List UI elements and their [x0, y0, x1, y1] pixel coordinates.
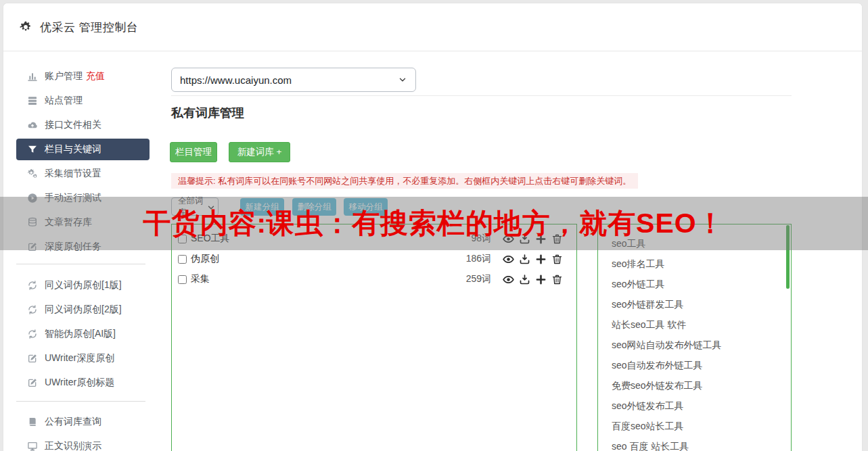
sidebar-item-正文识别演示[interactable]: 正文识别演示 — [3, 434, 162, 451]
keyword-item[interactable]: seo外链发布工具 — [612, 396, 791, 416]
sidebar-item-公有词库查询[interactable]: 公有词库查询 — [3, 410, 162, 434]
sidebar-nav: 账户管理充值站点管理接口文件相关栏目与关键词采集细节设置手动运行测试文章暂存库深… — [3, 64, 162, 451]
sidebar-item-label: UWriter深度原创 — [45, 352, 114, 364]
sidebar-item-同义词伪原创[1版][interactable]: 同义词伪原创[1版] — [3, 273, 162, 298]
sidebar-divider — [16, 264, 145, 264]
tip-message: 温馨提示: 私有词库可以在同账号不同网站之间共享使用，不必重复添加。右侧框内关键… — [171, 173, 638, 189]
keyword-item[interactable]: seo外链群发工具 — [612, 294, 791, 314]
trash-icon[interactable] — [551, 274, 563, 285]
recharge-badge[interactable]: 充值 — [86, 70, 105, 82]
download-icon[interactable] — [519, 254, 530, 265]
trash-icon[interactable] — [551, 254, 563, 265]
cloud-upload-icon — [26, 119, 39, 131]
sidebar-divider — [16, 401, 145, 402]
lexicon-row: 伪原创186词 — [172, 249, 576, 269]
plus-icon[interactable] — [535, 274, 547, 285]
monitor-icon — [26, 440, 39, 451]
sidebar-item-label: 栏目与关键词 — [45, 143, 101, 156]
sidebar-item-智能伪原创[AI版][interactable]: 智能伪原创[AI版] — [3, 322, 162, 346]
lexicon-word-count: 259词 — [466, 273, 491, 285]
download-icon[interactable] — [519, 274, 530, 285]
sidebar-item-label: 接口文件相关 — [45, 119, 101, 131]
keyword-item[interactable]: 免费seo外链发布工具 — [612, 375, 791, 396]
lexicon-row: 采集259词 — [172, 269, 576, 289]
column-manage-button[interactable]: 栏目管理 — [170, 142, 217, 162]
gear-icon — [19, 20, 32, 34]
section-divider — [171, 95, 792, 96]
keyword-item[interactable]: seo自动发布外链工具 — [612, 355, 791, 375]
sidebar-item-label: 正文识别演示 — [45, 440, 101, 451]
keyword-list-panel: seo工具seo排名工具seo外链工具seo外链群发工具站长seo工具 软件se… — [597, 224, 792, 451]
lexicon-word-count: 186词 — [466, 253, 491, 265]
lexicon-checkbox[interactable] — [178, 275, 187, 284]
edit-icon — [26, 377, 39, 389]
book-icon — [26, 416, 39, 428]
keyword-item[interactable]: seo外链工具 — [612, 274, 791, 294]
refresh-icon — [26, 304, 39, 316]
server-list-icon — [26, 95, 39, 107]
ucaiyun-admin-console: { "header": { "title": "优采云 管理控制台" }, "s… — [0, 0, 868, 451]
gears-icon — [26, 168, 39, 180]
new-lexicon-button[interactable]: 新建词库 + — [229, 142, 290, 162]
app-title: 优采云 管理控制台 — [40, 20, 138, 35]
lexicon-name: 采集 — [191, 273, 466, 285]
lexicon-list-panel: SEO工具98词伪原创186词采集259词 — [171, 224, 577, 451]
page-title: 私有词库管理 — [171, 105, 244, 121]
site-select[interactable]: https://www.ucaiyun.com — [171, 68, 416, 92]
sidebar-item-账户管理[interactable]: 账户管理充值 — [3, 64, 162, 89]
watermark-text: 干货内容:课虫：有搜索栏的地方，就有SEO！ — [143, 205, 725, 242]
sidebar-item-label: 站点管理 — [45, 95, 83, 107]
eye-icon[interactable] — [503, 254, 514, 265]
sidebar-item-label: 同义词伪原创[2版] — [45, 304, 122, 316]
lexicon-name: 伪原创 — [191, 253, 466, 265]
keyword-item[interactable]: 站长seo工具 软件 — [612, 314, 791, 335]
filter-icon — [26, 143, 39, 156]
sidebar-item-label: 智能伪原创[AI版] — [45, 328, 116, 340]
sidebar-item-UWriter深度原创[interactable]: UWriter深度原创 — [3, 346, 162, 371]
keyword-item[interactable]: seo排名工具 — [612, 254, 791, 274]
chevron-down-icon — [398, 75, 407, 85]
lexicon-checkbox[interactable] — [178, 255, 187, 264]
plus-icon[interactable] — [535, 254, 547, 265]
edit-icon — [26, 352, 39, 364]
sidebar-item-接口文件相关[interactable]: 接口文件相关 — [3, 113, 162, 137]
sidebar-item-站点管理[interactable]: 站点管理 — [3, 89, 162, 113]
sidebar-item-label: 同义词伪原创[1版] — [45, 279, 122, 291]
bar-chart-icon — [26, 70, 39, 82]
keyword-item[interactable]: 百度seo站长工具 — [612, 416, 791, 436]
sidebar-item-同义词伪原创[2版][interactable]: 同义词伪原创[2版] — [3, 298, 162, 322]
sidebar-item-label: 账户管理 — [45, 70, 83, 82]
sidebar-item-label: 公有词库查询 — [45, 416, 101, 428]
keyword-item[interactable]: seo 百度 站长工具 — [612, 436, 791, 451]
sidebar-item-栏目与关键词[interactable]: 栏目与关键词 — [3, 137, 162, 162]
keyword-item[interactable]: seo网站自动发布外链工具 — [612, 335, 791, 355]
watermark-banner: 干货内容:课虫：有搜索栏的地方，就有SEO！ — [0, 197, 868, 250]
sidebar-item-label: 采集细节设置 — [45, 168, 101, 180]
site-select-value: https://www.ucaiyun.com — [180, 74, 398, 86]
eye-icon[interactable] — [503, 274, 514, 285]
keyword-list: seo工具seo排名工具seo外链工具seo外链群发工具站长seo工具 软件se… — [612, 233, 791, 451]
refresh-icon — [26, 279, 39, 291]
sidebar-item-UWriter原创标题[interactable]: UWriter原创标题 — [3, 371, 162, 395]
app-header: 优采云 管理控制台 — [3, 3, 862, 51]
sidebar-item-label: UWriter原创标题 — [45, 377, 114, 389]
sidebar-item-采集细节设置[interactable]: 采集细节设置 — [3, 162, 162, 186]
refresh-icon — [26, 328, 39, 340]
